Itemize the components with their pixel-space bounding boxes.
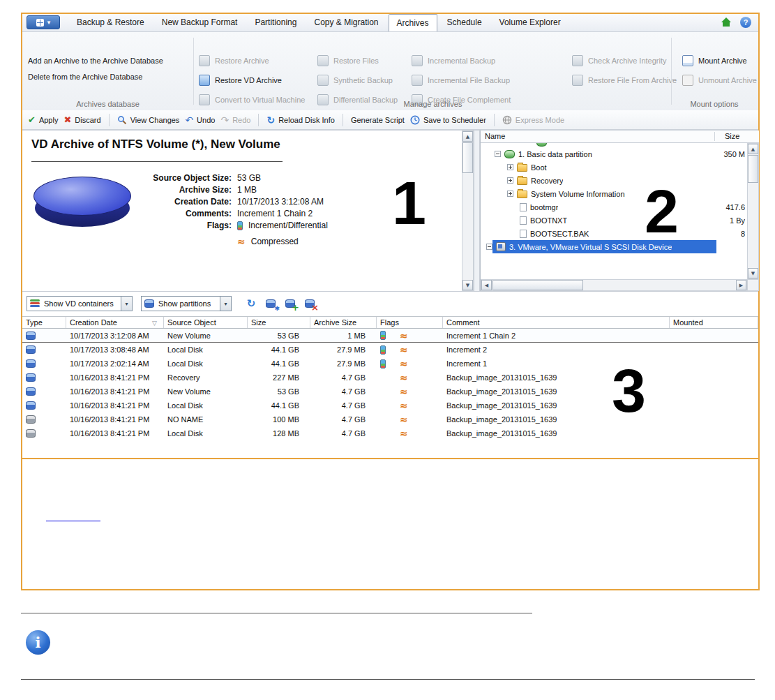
toolbar: Apply Discard View Changes Undo Redo Rel…: [22, 110, 758, 130]
partition-disk-icon: [144, 299, 154, 308]
tree-horizontal-scrollbar[interactable]: [481, 279, 747, 291]
tab-new-backup-format[interactable]: New Backup Format: [154, 15, 246, 30]
expand-icon[interactable]: [507, 177, 513, 184]
column-header-archive-size[interactable]: Archive Size: [310, 317, 377, 328]
compressed-flag-icon: [400, 415, 408, 424]
scroll-down-icon[interactable]: [748, 268, 758, 278]
collapse-icon[interactable]: [495, 151, 501, 157]
scroll-right-icon[interactable]: [736, 280, 746, 290]
compressed-flag-icon: [400, 345, 408, 355]
delete-archive-button[interactable]: [303, 297, 317, 311]
scrollbar-thumb[interactable]: [748, 155, 758, 183]
chevron-down-icon: [47, 20, 51, 26]
tab-partitioning[interactable]: Partitioning: [247, 15, 304, 30]
save-to-scheduler-button[interactable]: Save to Scheduler: [410, 115, 486, 125]
scrollbar-thumb[interactable]: [462, 142, 473, 173]
redo-icon: [220, 115, 229, 125]
expand-icon[interactable]: [507, 164, 513, 170]
scrollbar-corner: [747, 279, 759, 291]
expand-icon[interactable]: [507, 191, 513, 197]
refresh-button[interactable]: [244, 297, 258, 311]
tree-item-bootmgr[interactable]: bootmgr 417.6: [481, 200, 747, 214]
tab-copy-migration[interactable]: Copy & Migration: [306, 15, 386, 30]
unmount-archive-icon: [682, 75, 693, 86]
tab-backup-restore[interactable]: Backup & Restore: [69, 15, 152, 30]
partitions-filter-dropdown[interactable]: Show partitions: [141, 296, 232, 311]
table-row[interactable]: 10/16/2013 8:41:21 PM Recovery 227 MB 4.…: [22, 371, 758, 385]
title-divider: [31, 161, 283, 162]
column-header-type[interactable]: Type: [22, 317, 66, 328]
callout-1: 1: [392, 175, 426, 230]
home-icon[interactable]: [721, 17, 732, 27]
table-row[interactable]: 10/17/2013 3:08:48 AM Local Disk 44.1 GB…: [22, 343, 758, 357]
unmount-archive-label: Unmount Archive: [698, 76, 757, 84]
tree-item-bootsect-bak[interactable]: BOOTSECT.BAK 8: [481, 227, 747, 240]
scroll-down-icon[interactable]: [462, 280, 473, 290]
scroll-up-icon[interactable]: [748, 144, 758, 154]
panel-splitter[interactable]: [474, 131, 480, 291]
collapse-icon[interactable]: [486, 244, 492, 250]
column-header-flags[interactable]: Flags: [377, 317, 443, 328]
add-archive-button[interactable]: [283, 297, 297, 311]
column-header-mounted[interactable]: Mounted: [670, 317, 758, 328]
column-header-name[interactable]: Name: [485, 132, 505, 140]
discard-button[interactable]: Discard: [63, 115, 100, 124]
add-archive-to-database-button[interactable]: Add an Archive to the Archive Database: [28, 54, 163, 67]
column-header-source-object[interactable]: Source Object: [164, 317, 248, 328]
help-icon[interactable]: [740, 17, 751, 28]
view-changes-button[interactable]: View Changes: [117, 115, 180, 125]
tree-item-basic-data-partition[interactable]: 1. Basic data partition 350 M: [481, 147, 747, 161]
prop-label: Archive Size:: [22, 185, 232, 195]
generate-script-button[interactable]: Generate Script: [351, 116, 405, 124]
archive-gray-icon: [26, 429, 36, 438]
tab-archives[interactable]: Archives: [389, 14, 437, 31]
table-row[interactable]: 10/16/2013 8:41:21 PM New Volume 53 GB 4…: [22, 385, 758, 399]
tree-item-recovery[interactable]: Recovery: [481, 174, 747, 187]
view-changes-icon: [117, 115, 127, 125]
apply-button[interactable]: Apply: [28, 115, 58, 124]
file-icon: [520, 203, 527, 211]
partition-icon: [504, 150, 515, 158]
group-separator: [671, 38, 672, 105]
new-archive-button[interactable]: [264, 297, 278, 311]
callout-3: 3: [612, 363, 646, 418]
column-header-creation-date[interactable]: Creation Date: [66, 317, 164, 328]
restore-vd-archive-button[interactable]: Restore VD Archive: [199, 74, 305, 87]
refresh-icon: [247, 299, 256, 309]
tree-item-vmware-disk-selected[interactable]: 3. VMware, VMware Virtual S SCSI Disk De…: [481, 240, 747, 253]
scroll-left-icon[interactable]: [481, 280, 492, 290]
toolbar-separator: [494, 114, 495, 126]
manage-archives-column-4: Check Archive Integrity Restore File Fro…: [572, 54, 677, 87]
tree-item-boot[interactable]: Boot: [481, 161, 747, 174]
table-row[interactable]: 10/16/2013 8:41:21 PM Local Disk 128 MB …: [22, 426, 758, 440]
column-header-size[interactable]: Size: [248, 317, 310, 328]
scrollbar-thumb[interactable]: [492, 280, 583, 290]
details-vertical-scrollbar[interactable]: [462, 131, 474, 291]
column-header-size[interactable]: Size: [725, 132, 739, 140]
table-row[interactable]: 10/17/2013 3:12:08 AM New Volume 53 GB 1…: [22, 329, 758, 343]
table-row[interactable]: 10/16/2013 8:41:21 PM NO NAME 100 MB 4.7…: [22, 412, 758, 426]
main-menu-button[interactable]: [27, 15, 60, 29]
column-header-comment[interactable]: Comment: [443, 317, 670, 328]
undo-button[interactable]: Undo: [185, 115, 215, 125]
document-link[interactable]: [46, 511, 100, 521]
tree-vertical-scrollbar[interactable]: [747, 143, 759, 279]
prop-label: Creation Date:: [22, 197, 232, 207]
reload-disk-info-button[interactable]: Reload Disk Info: [266, 115, 334, 125]
restore-file-from-archive-icon: [572, 75, 583, 86]
restore-archive-icon: [199, 55, 210, 66]
tab-volume-explorer[interactable]: Volume Explorer: [492, 15, 569, 30]
tree-item-bootnxt[interactable]: BOOTNXT 1 By: [481, 214, 747, 227]
table-row[interactable]: 10/17/2013 2:02:14 AM Local Disk 44.1 GB…: [22, 357, 758, 371]
scroll-up-icon[interactable]: [462, 131, 473, 142]
tree-item-system-volume-information[interactable]: System Volume Information: [481, 187, 747, 200]
dropdown-value: Show partitions: [158, 299, 211, 308]
vd-containers-filter-dropdown[interactable]: Show VD containers: [27, 296, 133, 311]
dropdown-value: Show VD containers: [44, 299, 114, 308]
delete-from-database-button[interactable]: Delete from the Archive Database: [28, 70, 142, 83]
tab-schedule[interactable]: Schedule: [439, 15, 490, 30]
table-row[interactable]: 10/16/2013 8:41:21 PM Local Disk 44.1 GB…: [22, 399, 758, 412]
group-separator: [193, 38, 194, 105]
column-divider[interactable]: [714, 132, 715, 141]
mount-archive-button[interactable]: Mount Archive: [682, 54, 757, 67]
